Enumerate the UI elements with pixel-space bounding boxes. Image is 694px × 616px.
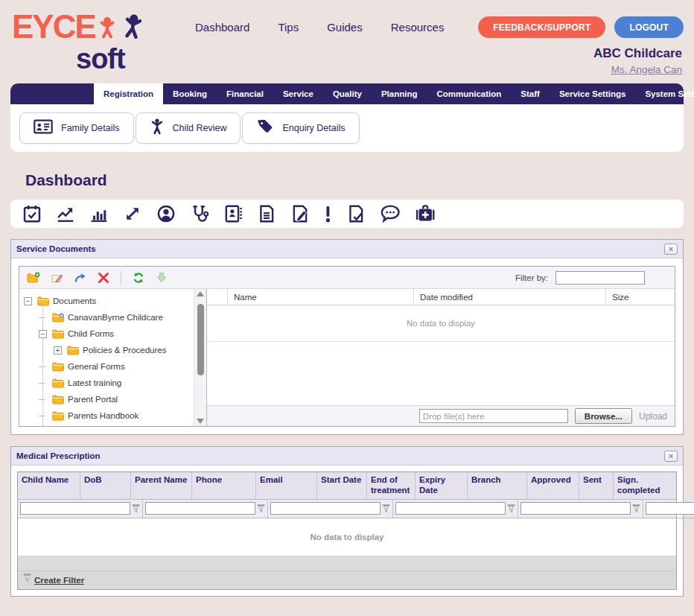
new-folder-icon[interactable] — [27, 272, 40, 284]
chat-bubble-icon[interactable] — [380, 204, 401, 223]
mp-column-start-date[interactable]: Start Date — [317, 472, 367, 500]
calendar-check-icon[interactable] — [22, 204, 42, 223]
close-icon[interactable]: × — [664, 451, 678, 462]
close-icon[interactable]: × — [664, 244, 678, 255]
mp-filter-input-start-date[interactable] — [646, 502, 694, 515]
mp-column-approved[interactable]: Approved — [527, 472, 579, 500]
top-header: EYCE soft DashboardTipsGuidesResources F… — [0, 0, 694, 83]
funnel-icon[interactable] — [632, 504, 640, 513]
mp-filter-input-dob[interactable] — [145, 502, 255, 515]
module-tab-service-settings[interactable]: Service Settings — [550, 83, 635, 104]
tree-node-latest-training[interactable]: Latest training — [19, 375, 194, 391]
expand-arrows-icon[interactable] — [123, 204, 142, 223]
mp-column-expiry-date[interactable]: Expiry Date — [416, 472, 468, 500]
collapse-icon[interactable]: − — [24, 297, 32, 305]
trend-chart-icon[interactable] — [56, 204, 75, 223]
module-tab-service[interactable]: Service — [273, 83, 323, 104]
module-tab-financial[interactable]: Financial — [217, 83, 273, 104]
first-aid-kit-icon[interactable] — [415, 204, 436, 223]
expand-icon[interactable]: + — [54, 346, 62, 355]
collapse-icon[interactable]: − — [39, 330, 47, 338]
nav-link-resources[interactable]: Resources — [391, 21, 445, 34]
upload-button[interactable]: Upload — [639, 411, 667, 422]
drop-files-input[interactable] — [419, 409, 568, 423]
bar-chart-icon[interactable] — [89, 204, 109, 223]
mp-column-email[interactable]: Email — [256, 472, 317, 500]
mp-column-branch[interactable]: Branch — [468, 472, 527, 500]
mp-filter-input-parent-name[interactable] — [270, 502, 381, 515]
nav-link-dashboard[interactable]: Dashboard — [195, 21, 249, 34]
folder-icon — [52, 329, 64, 339]
user-circle-icon[interactable] — [156, 204, 176, 223]
logout-button[interactable]: LOGOUT — [614, 16, 684, 38]
scrollbar-thumb[interactable] — [197, 304, 204, 375]
document-icon[interactable] — [257, 204, 276, 223]
tree-node-documents[interactable]: −Documents — [19, 293, 194, 309]
file-column-size[interactable]: Size — [606, 289, 675, 305]
mp-column-parent-name[interactable]: Parent Name — [131, 472, 192, 500]
mp-column-sign-completed[interactable]: Sign. completed — [614, 472, 676, 500]
refresh-icon[interactable] — [133, 272, 144, 284]
file-column-date-modified[interactable]: Date modified — [414, 289, 606, 305]
file-column-name[interactable]: Name — [228, 289, 414, 305]
funnel-icon[interactable] — [132, 504, 140, 513]
scroll-down-icon[interactable] — [197, 419, 204, 424]
shortcut-label: Family Details — [61, 123, 120, 133]
medical-prescription-panel-header: Medical Prescription × — [11, 447, 683, 466]
mp-column-end-of-treatment[interactable]: End of treatment — [367, 472, 416, 500]
delete-icon[interactable] — [98, 272, 109, 284]
browse-button[interactable]: Browse... — [575, 408, 632, 424]
funnel-icon[interactable] — [382, 504, 390, 513]
mp-filter-cell-email — [518, 500, 643, 518]
nav-link-guides[interactable]: Guides — [327, 21, 363, 34]
mp-filter-cell-child-name — [18, 500, 143, 518]
funnel-icon[interactable] — [257, 504, 265, 513]
module-tab-quality[interactable]: Quality — [323, 83, 372, 104]
tree-node-content: Child Forms — [50, 328, 116, 340]
filter-by-label: Filter by: — [515, 273, 548, 282]
tree-node-policies-procedures[interactable]: +Policies & Procedures — [19, 342, 194, 358]
mp-filter-input-email[interactable] — [520, 502, 631, 515]
contact-card-icon[interactable] — [223, 204, 243, 223]
undo-icon[interactable] — [74, 272, 86, 284]
mp-filter-input-phone[interactable] — [395, 502, 506, 515]
mp-column-sent[interactable]: Sent — [579, 472, 614, 500]
grid-footer-band — [18, 556, 676, 571]
module-tab-system-settings[interactable]: System Settings — [635, 83, 694, 104]
scroll-up-icon[interactable] — [197, 291, 204, 296]
module-tab-planning[interactable]: Planning — [372, 83, 427, 104]
grid-filter-bar: Create Filter — [18, 571, 676, 589]
module-tab-communication[interactable]: Communication — [427, 83, 511, 104]
module-tab-staff[interactable]: Staff — [511, 83, 550, 104]
service-documents-panel-header: Service Documents × — [11, 240, 683, 258]
shortcut-enquiry-details[interactable]: Enquiry Details — [242, 112, 359, 144]
module-tab-registration[interactable]: Registration — [94, 83, 163, 104]
tree-node-general-forms[interactable]: General Forms — [19, 358, 194, 375]
rename-icon[interactable] — [51, 272, 63, 284]
user-name-link[interactable]: Ms. Angela Can — [611, 64, 682, 75]
document-check-icon[interactable] — [346, 204, 366, 223]
stethoscope-icon[interactable] — [190, 204, 209, 223]
mp-column-dob[interactable]: DoB — [80, 472, 131, 500]
nav-link-tips[interactable]: Tips — [278, 21, 299, 34]
toolbar-divider — [121, 271, 121, 285]
mp-column-child-name[interactable]: Child Name — [18, 472, 80, 500]
module-tab-booking[interactable]: Booking — [163, 83, 217, 104]
tree-node-canavanbyrne-childcare[interactable]: CanavanByrne Childcare — [19, 309, 194, 326]
exclamation-icon[interactable] — [324, 204, 332, 223]
tree-node-parents-handbook[interactable]: Parents Handbook — [19, 407, 194, 424]
mp-column-phone[interactable]: Phone — [192, 472, 256, 500]
tree-node-child-forms[interactable]: −Child Forms — [19, 326, 194, 342]
create-filter-link[interactable]: Create Filter — [34, 576, 84, 585]
tree-node-parent-portal[interactable]: Parent Portal — [19, 391, 194, 407]
funnel-icon[interactable] — [507, 504, 515, 513]
shortcut-child-review[interactable]: Child Review — [136, 112, 241, 144]
medical-prescription-panel: Medical Prescription × Child NameDoBPare… — [10, 446, 684, 597]
mp-filter-input-child-name[interactable] — [20, 502, 130, 515]
shortcut-family-details[interactable]: Family Details — [19, 112, 134, 144]
feedback-support-button[interactable]: FEEDBACK/SUPPORT — [478, 16, 605, 38]
filter-by-input[interactable] — [555, 271, 645, 285]
document-edit-icon[interactable] — [290, 204, 310, 223]
download-icon[interactable] — [156, 272, 168, 284]
tree-node-policies-procedures[interactable]: Policies & Procedures — [19, 424, 194, 426]
